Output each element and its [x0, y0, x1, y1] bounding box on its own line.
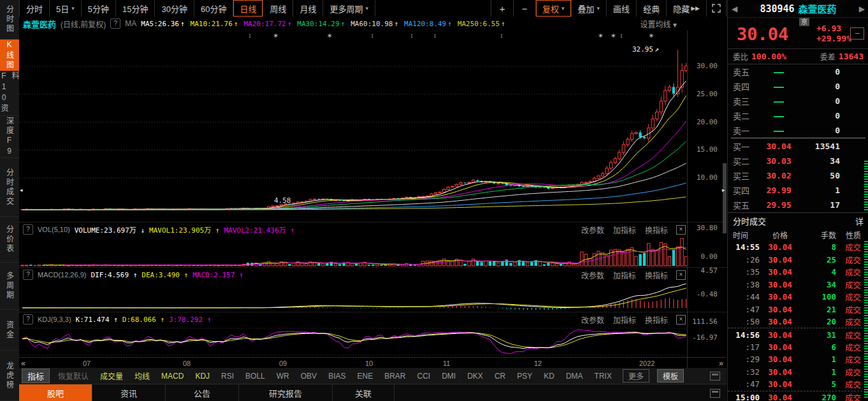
sidebar-item-8[interactable]: 资金 — [0, 310, 19, 351]
event-dividend-marker[interactable]: ↕ — [410, 33, 413, 39]
period-button-7[interactable]: 日线 — [233, 0, 263, 17]
tab-5[interactable]: 关联 — [333, 384, 394, 401]
tool-button-5[interactable]: 画线 — [607, 0, 637, 17]
help-icon[interactable]: ? — [23, 224, 33, 235]
indicator-item-11[interactable]: BIAS — [322, 372, 351, 381]
indicator-item-16[interactable]: DKX — [461, 372, 489, 381]
tick-row[interactable]: 14:5530.048成交 — [728, 241, 868, 253]
tick-scrollbar[interactable] — [864, 241, 868, 398]
kline-canvas[interactable] — [19, 31, 727, 222]
indicator-item-13[interactable]: BRAR — [379, 372, 411, 381]
event-star-marker[interactable]: ∗ — [611, 33, 616, 39]
vol-action-2[interactable]: 加指标 — [613, 224, 636, 235]
event-dividend-marker[interactable]: ↕ — [620, 33, 623, 39]
sidebar-item-4[interactable]: 深度F9 — [0, 116, 19, 158]
scroll-left-icon[interactable]: « — [21, 359, 25, 368]
period-button-10[interactable]: 更多周期▾ — [323, 0, 375, 17]
period-button-6[interactable]: 60分钟 — [194, 0, 233, 17]
kdj-action-3[interactable]: 换指标 — [645, 314, 668, 325]
minimize-button[interactable]: − — [850, 27, 864, 40]
sidebar-item-5[interactable]: 分时成交 — [0, 158, 19, 217]
tick-row[interactable]: :3530.044成交 — [728, 266, 868, 278]
sidebar-item-2[interactable]: K线图 — [0, 40, 19, 71]
macd-panel[interactable] — [19, 282, 727, 312]
indicator-item-12[interactable]: ENE — [351, 372, 379, 381]
event-dividend-marker[interactable]: ↕ — [248, 33, 251, 39]
tick-row[interactable]: :1730.046成交 — [728, 341, 868, 353]
collapse-right-icon[interactable]: ▸ — [722, 187, 725, 193]
tick-row[interactable]: :3230.041成交 — [728, 366, 868, 378]
tick-detail-button[interactable]: 详 — [855, 215, 864, 227]
depth-scrollbar[interactable] — [864, 161, 868, 210]
event-star-marker[interactable]: ∗ — [649, 33, 654, 39]
next-stock-icon[interactable]: ▶ — [859, 4, 865, 13]
tab-4[interactable]: 研究报告 — [239, 384, 333, 401]
tab-3[interactable]: 公告 — [166, 384, 239, 401]
event-dividend-marker[interactable]: ↕ — [500, 33, 503, 39]
indicator-item-9[interactable]: WR — [271, 372, 295, 381]
sidebar-item-1[interactable]: 分时图 — [0, 0, 19, 40]
close-icon[interactable]: × — [676, 315, 686, 324]
tool-button-4[interactable]: 叠加▾ — [572, 0, 607, 17]
kdj-action-2[interactable]: 加指标 — [613, 314, 636, 325]
event-star-marker[interactable]: ∗ — [327, 33, 332, 39]
tick-row[interactable]: 14:5630.0431成交 — [728, 328, 868, 340]
period-button-8[interactable]: 周线 — [263, 0, 293, 17]
macd-action-1[interactable]: 改参数 — [581, 270, 604, 281]
tick-row[interactable]: 15:0030.04270成交 — [728, 391, 868, 401]
indicator-item-21[interactable]: TRIX — [589, 372, 618, 381]
tool-button-6[interactable]: 经典 — [637, 0, 667, 17]
indicator-item-8[interactable]: BOLL — [240, 372, 271, 381]
tool-button-7[interactable]: 隐藏▶▶ — [667, 0, 707, 17]
indicator-item-22[interactable]: 更多 — [623, 369, 649, 383]
indicator-item-23[interactable]: 模板 — [657, 369, 684, 383]
tick-row[interactable]: :4730.045成交 — [728, 378, 868, 390]
kdj-panel[interactable] — [19, 326, 727, 357]
vol-action-3[interactable]: 换指标 — [645, 224, 668, 235]
indicator-item-15[interactable]: DMI — [436, 372, 461, 381]
indicator-item-2[interactable]: 恢复默认 — [52, 370, 94, 381]
indicator-item-14[interactable]: CCI — [412, 372, 437, 381]
indicator-item-17[interactable]: CR — [489, 372, 511, 381]
period-button-2[interactable]: 5日▾ — [50, 0, 82, 17]
indicator-item-3[interactable]: 成交量 — [94, 370, 129, 381]
tick-table[interactable]: 14:5530.048成交:2630.0425成交:3530.044成交:383… — [728, 241, 868, 401]
kdj-action-1[interactable]: 改参数 — [581, 314, 604, 325]
panel-icon[interactable] — [710, 389, 720, 398]
tick-row[interactable]: :5030.0420成交 — [728, 316, 868, 328]
sidebar-item-9[interactable]: 龙虎榜 — [0, 351, 19, 401]
period-button-3[interactable]: 5分钟 — [82, 0, 116, 17]
prev-stock-icon[interactable]: ◀ — [732, 4, 737, 13]
close-icon[interactable]: × — [676, 270, 686, 280]
chart-panel-scrollbar[interactable] — [723, 163, 727, 233]
fullscreen-icon[interactable] — [707, 0, 727, 17]
tool-button-3[interactable]: 复权▾ — [536, 0, 572, 17]
tool-button-1[interactable]: + — [491, 0, 514, 17]
sidebar-item-3[interactable]: F10资料 — [0, 71, 19, 116]
event-star-marker[interactable]: ∗ — [598, 33, 603, 39]
tick-row[interactable]: :2630.0425成交 — [728, 253, 868, 265]
tool-button-2[interactable]: − — [514, 0, 536, 17]
macd-action-2[interactable]: 加指标 — [613, 270, 636, 281]
vol-panel[interactable] — [19, 237, 727, 267]
period-button-9[interactable]: 月线 — [293, 0, 323, 17]
indicator-item-18[interactable]: PSY — [511, 372, 538, 381]
tick-row[interactable]: :2930.041成交 — [728, 353, 868, 365]
help-icon[interactable]: ? — [23, 314, 33, 324]
period-button-4[interactable]: 15分钟 — [116, 0, 155, 17]
period-button-1[interactable]: 分时 — [19, 0, 50, 17]
event-dividend-marker[interactable]: ↕ — [433, 33, 437, 39]
vol-action-1[interactable]: 改参数 — [581, 224, 604, 235]
macd-action-3[interactable]: 换指标 — [645, 270, 668, 281]
collapse-left-icon[interactable]: ◂ — [20, 187, 23, 193]
tab-1[interactable]: 股吧 — [19, 384, 92, 401]
tick-row[interactable]: :4730.0421成交 — [728, 303, 868, 315]
indicator-item-20[interactable]: DMA — [560, 372, 589, 381]
tick-row[interactable]: :4430.04100成交 — [728, 291, 868, 303]
help-icon[interactable]: ? — [110, 18, 120, 29]
main-kline-chart[interactable]: 32.95↗ 4.58 30.0025.0020.0015.0010.00↕∗∗… — [19, 31, 727, 222]
scroll-right-icon[interactable]: » — [719, 359, 723, 368]
close-icon[interactable]: × — [676, 225, 686, 235]
event-star-marker[interactable]: ∗ — [273, 33, 278, 39]
indicator-item-4[interactable]: 均线 — [129, 370, 156, 381]
